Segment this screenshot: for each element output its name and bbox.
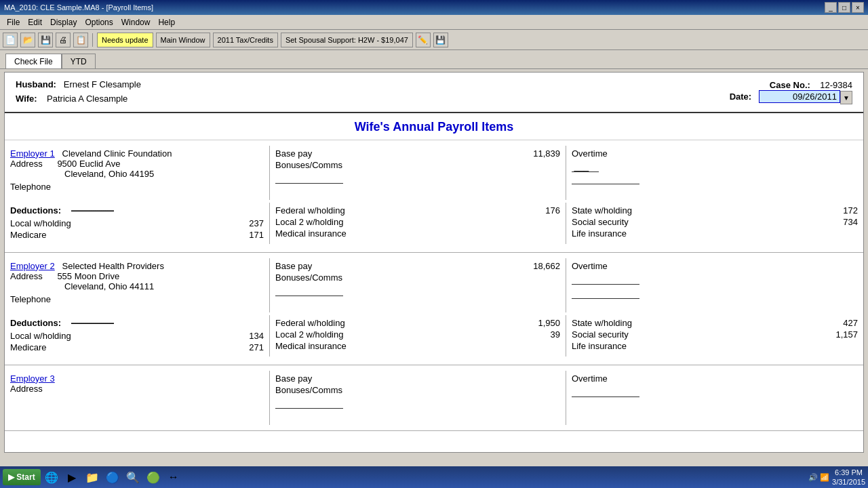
employer-2-overtime-field[interactable] [572,274,639,285]
employer-2-bonuses-field[interactable] [275,285,343,296]
employer-2-telephone-line: Telephone [10,294,264,304]
employer-2-local2-wh: Local 2 w/holding 39 [275,329,560,340]
employer-1-bonuses-field[interactable] [275,173,343,184]
employer-2-deductions-middle: Federal w/holding 1,950 Local 2 w/holdin… [269,315,566,357]
employer-2-overtime-field2[interactable] [572,288,639,299]
employer-2-address-line: Address 555 Moon Drive [10,271,264,281]
employer-2-deductions-right: State w/holding 427 Social security 1,15… [566,315,863,357]
title-bar: MA_2010: CLE Sample.MA8 - [Payroll Items… [0,0,868,15]
employer-1-medicare: Medicare 171 [10,230,264,240]
window-controls: _ □ × [825,2,864,13]
menu-edit[interactable]: Edit [24,16,46,28]
employer-3-overtime-field[interactable] [572,386,639,397]
taskbar-icon-app[interactable]: 🟢 [144,468,163,487]
employer-1-address-line2: Cleveland, Ohio 44195 [10,169,264,179]
employer-3-bonuses-field[interactable] [275,398,343,409]
maximize-button[interactable]: □ [838,2,850,13]
start-button[interactable]: ▶ Start [3,469,41,485]
toolbar-icon-1[interactable]: 📄 [3,33,18,47]
employer-2-base-pay-value: 18,662 [533,261,560,271]
employer-2-grid: Employer 2 Selected Health Providers Add… [5,258,863,312]
employer-2-base-pay-line: Base pay 18,662 [275,261,560,271]
employer-2-link[interactable]: Employer 2 [10,261,55,271]
employer-1-life-ins: Life insurance [572,228,858,239]
employer-1-base-pay-line: Base pay 11,839 [275,148,560,159]
main-window-button[interactable]: Main Window [156,33,210,47]
employer-3-grid: Employer 3 Address Base pay Bonuses/Comm… [5,371,863,425]
employer-3-address-line: Address [10,384,264,394]
employer-3-section: Employer 3 Address Base pay Bonuses/Comm… [5,365,863,431]
toolbar-icon-3[interactable]: 💾 [38,33,53,47]
employer-2-company: Selected Health Providers [62,261,164,271]
taskbar-icon-arrows[interactable]: ↔ [164,468,183,487]
employer-2-section: Employer 2 Selected Health Providers Add… [5,253,863,365]
employer-1-telephone-line: Telephone [10,182,264,192]
employer-2-info: Employer 2 Selected Health Providers Add… [5,258,269,312]
date-input[interactable]: 09/26/2011 [759,90,840,103]
window-title: MA_2010: CLE Sample.MA8 - [Payroll Items… [4,3,825,12]
employer-1-address-label: Address [10,159,43,169]
employer-1-local-wh: Local w/holding 237 [10,218,264,228]
employer-1-info: Employer 1 Cleveland Clinic Foundation A… [5,146,269,200]
employer-2-deductions-left: Deductions: --------------------- Local … [5,315,269,357]
employer-2-federal-wh: Federal w/holding 1,950 [275,318,560,328]
employer-1-company: Cleveland Clinic Foundation [62,148,172,159]
taskbar-icon-browser[interactable]: 🔵 [103,468,122,487]
menu-help[interactable]: Help [154,16,179,28]
employer-1-federal-wh: Federal w/holding 176 [275,205,560,216]
tax-credits-button[interactable]: 2011 Tax/Credits [213,33,278,47]
taskbar-icon-ie[interactable]: 🌐 [42,468,61,487]
employer-1-overtime-field[interactable] [572,174,639,184]
taskbar-icon-folder[interactable]: 📁 [83,468,102,487]
employer-2-life-ins: Life insurance [572,341,858,351]
employer-2-deductions: Deductions: --------------------- Local … [5,312,863,359]
case-header: Husband: Ernest F Clesample Wife: Patric… [5,73,863,113]
employer-1-overtime: Overtime ___ [566,146,863,200]
menu-file[interactable]: File [3,16,24,28]
needs-update-button[interactable]: Needs update [97,33,153,47]
employer-2-deductions-header: Deductions: --------------------- [10,318,264,328]
employer-1-address-line: Address 9500 Euclid Ave [10,159,264,169]
employer-2-header-line: Employer 2 Selected Health Providers [10,261,264,271]
edit-icon[interactable]: ✏️ [416,33,431,47]
employer-2-overtime-line: Overtime [572,261,858,271]
employer-1-grid: Employer 1 Cleveland Clinic Foundation A… [5,146,863,200]
employer-1-bonuses-line: Bonuses/Comms [275,160,560,170]
toolbar-icon-2[interactable]: 📂 [20,33,35,47]
employer-2-address-label: Address [10,271,43,281]
tab-check-file[interactable]: Check File [5,54,62,68]
menu-display[interactable]: Display [46,16,81,28]
employer-2-bonuses-label: Bonuses/Comms [275,272,342,283]
menu-options[interactable]: Options [81,16,117,28]
husband-line: Husband: Ernest F Clesample [16,78,141,92]
case-header-right: Case No.: 12-9384 Date: 09/26/2011▼ [730,80,852,104]
main-content: Husband: Ernest F Clesample Wife: Patric… [4,72,864,453]
employer-2-overtime-label: Overtime [572,261,608,271]
employer-3-link[interactable]: Employer 3 [10,373,55,384]
taskbar: ▶ Start 🌐 ▶ 📁 🔵 🔍 🟢 ↔ 🔊 📶 6:39 PM 3/31/2… [0,466,868,488]
employer-1-pay: Base pay 11,839 Bonuses/Comms [269,146,566,200]
employer-1-deductions-header: Deductions: --------------------- [10,205,264,216]
save-icon[interactable]: 💾 [433,33,448,47]
close-button[interactable]: × [852,2,864,13]
menu-window[interactable]: Window [117,16,155,28]
taskbar-icon-search[interactable]: 🔍 [123,468,142,487]
employer-1-address-line1: 9500 Euclid Ave [57,159,120,169]
employer-3-pay: Base pay Bonuses/Comms [269,371,566,425]
wife-name: Patricia A Clesample [47,94,127,104]
toolbar-icon-5[interactable]: 📋 [73,33,88,47]
tray-icons: 🔊 📶 [808,473,829,482]
husband-name: Ernest F Clesample [64,79,141,89]
case-header-left: Husband: Ernest F Clesample Wife: Patric… [16,78,141,106]
taskbar-icon-media[interactable]: ▶ [62,468,81,487]
date-dropdown-arrow[interactable]: ▼ [840,91,852,104]
employer-2-dashes: --------------------- [71,319,114,328]
employer-1-overtime-label: Overtime [572,148,608,159]
employer-1-link[interactable]: Employer 1 [10,148,55,159]
employer-1-deductions-right: State w/holding 172 Social security 734 … [566,203,863,244]
tab-ytd[interactable]: YTD [62,54,96,68]
toolbar-icon-4[interactable]: 🖨 [56,33,71,47]
minimize-button[interactable]: _ [825,2,837,13]
employer-2-address-line1: 555 Moon Drive [57,271,119,281]
spousal-support-button[interactable]: Set Spousal Support: H2W - $19,047 [281,33,413,47]
